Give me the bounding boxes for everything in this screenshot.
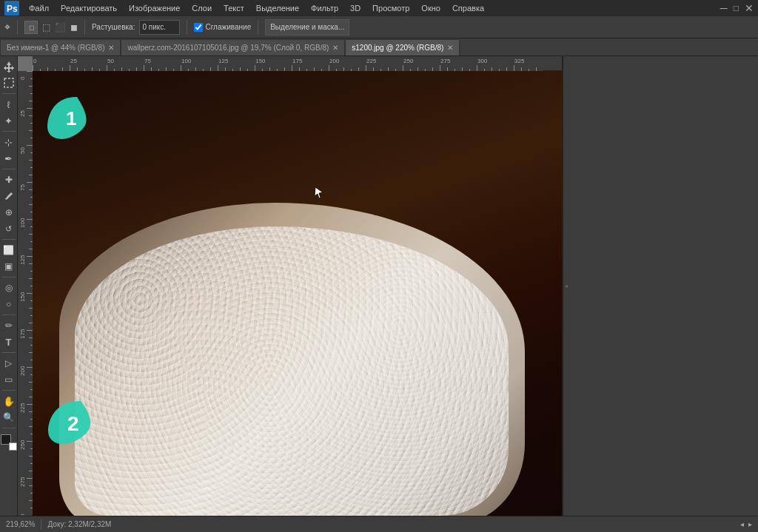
main-area: ℓ ✦ ⊹ ✒ ✚ ⊕ ↺ ⬜ ▣ ◎ ○ ✏ T ▷ ▭ ✋ 🔍 [0, 56, 758, 516]
tool-eraser[interactable]: ⬜ [1, 243, 16, 257]
document-tabs: Без имени-1 @ 44% (RGB/8) ✕ wallperz.com… [0, 38, 758, 56]
svg-text:1: 1 [66, 107, 76, 129]
tool-history-brush[interactable]: ↺ [1, 221, 16, 236]
tool-hand[interactable]: ✋ [1, 394, 16, 408]
tool-selection[interactable] [1, 75, 16, 90]
toolbar-separator [17, 20, 18, 35]
menu-help[interactable]: Справка [447, 2, 489, 14]
menu-text[interactable]: Текст [218, 2, 249, 14]
subtract-icon: ⬛ [55, 22, 66, 33]
svg-marker-2 [4, 61, 14, 73]
tool-separator-4 [2, 239, 16, 240]
toolbar-separator-2 [84, 20, 85, 35]
close-tab-wallperz[interactable]: ✕ [332, 44, 338, 52]
toolbar-separator-4 [258, 20, 258, 35]
options-toolbar: ⌖ ◻ ⬚ ⬛ ◼ Растушевка: Сглаживание Выделе… [0, 16, 758, 38]
tool-crop[interactable]: ⊹ [1, 135, 16, 149]
intersect-icon: ◼ [70, 22, 78, 33]
tool-path-selection[interactable]: ▷ [1, 356, 16, 371]
close-tab-unnamed[interactable]: ✕ [108, 44, 114, 52]
tool-blur[interactable]: ◎ [1, 280, 16, 295]
minimize-button[interactable]: ─ [720, 2, 728, 14]
zoom-level: 219,62% [6, 520, 35, 528]
panel-collapse-handle[interactable]: ◂ [563, 56, 568, 516]
canvas-image: 1 2 [33, 71, 562, 516]
ruler-top [33, 56, 562, 71]
canvas-content[interactable]: 1 2 [33, 71, 562, 516]
status-separator [41, 519, 41, 530]
svg-text:2: 2 [67, 412, 79, 435]
menu-image[interactable]: Изображение [124, 2, 185, 14]
tool-shape[interactable]: ▭ [1, 372, 16, 387]
foreground-bg-colors [1, 434, 17, 451]
tab-label-wallperz: wallperz.com-2016107105016.jpg @ 19,7% (… [127, 44, 329, 52]
menu-file[interactable]: Файл [24, 2, 54, 14]
tool-separator-7 [2, 352, 16, 353]
left-toolbar: ℓ ✦ ⊹ ✒ ✚ ⊕ ↺ ⬜ ▣ ◎ ○ ✏ T ▷ ▭ ✋ 🔍 [0, 56, 18, 516]
tab-unnamed[interactable]: Без имени-1 @ 44% (RGB/8) ✕ [0, 39, 121, 55]
canvas-area: 1 2 [18, 56, 562, 516]
tool-separator-9 [2, 428, 16, 428]
mask-button[interactable]: Выделение и маска... [265, 19, 349, 36]
tab-label-unnamed: Без имени-1 @ 44% (RGB/8) [7, 44, 104, 52]
svg-rect-3 [4, 78, 13, 87]
status-bar: 219,62% Доку: 2,32M/2,32M ◂ ▸ [0, 516, 758, 532]
app-logo: Ps [4, 1, 19, 16]
tool-select-icon: ⌖ [4, 21, 10, 33]
tool-separator-6 [2, 314, 16, 315]
vertical-ruler [18, 71, 33, 515]
tool-separator-1 [2, 93, 16, 94]
brush-input[interactable] [139, 20, 180, 35]
svg-text:Ps: Ps [7, 4, 18, 14]
ruler-left [18, 71, 33, 516]
doc-info: Доку: 2,32M/2,32M [47, 520, 111, 528]
lace-texture [75, 226, 509, 516]
tool-eyedropper[interactable]: ✒ [1, 151, 16, 166]
menu-view[interactable]: Просмотр [367, 2, 415, 14]
toolbar-separator-3 [187, 20, 187, 35]
menu-bar: Ps Файл Редактировать Изображение Слои Т… [0, 0, 758, 16]
arrow-1: 1 [44, 90, 110, 147]
maximize-button[interactable]: □ [734, 3, 739, 13]
tool-dodge[interactable]: ○ [1, 297, 16, 312]
tab-s1200[interactable]: s1200.jpg @ 220% (RGB/8) ✕ [345, 39, 460, 55]
blend-checkbox[interactable] [194, 23, 203, 32]
menu-3d[interactable]: 3D [345, 2, 366, 14]
close-button[interactable]: ✕ [745, 2, 754, 14]
tab-wallperz[interactable]: wallperz.com-2016107105016.jpg @ 19,7% (… [121, 39, 345, 55]
tool-separator-5 [2, 277, 16, 277]
tool-pen[interactable]: ✏ [1, 318, 16, 333]
background-color[interactable] [9, 442, 17, 451]
menu-layers[interactable]: Слои [187, 2, 217, 14]
menu-edit[interactable]: Редактировать [56, 2, 122, 14]
brush-label: Растушевка: [92, 23, 135, 31]
horizontal-ruler [33, 56, 543, 71]
menu-select[interactable]: Выделение [251, 2, 304, 14]
tool-text[interactable]: T [1, 334, 16, 349]
status-nav: ◂ ▸ [740, 520, 752, 528]
blend-check[interactable]: Сглаживание [194, 23, 251, 32]
selection-icon: ⬚ [42, 22, 50, 33]
menu-window[interactable]: Окно [416, 2, 446, 14]
feather-icon: ◻ [24, 21, 38, 34]
tab-label-s1200: s1200.jpg @ 220% (RGB/8) [352, 44, 443, 52]
arrow-2: 2 [44, 392, 118, 453]
tool-lasso[interactable]: ℓ [1, 97, 16, 112]
tool-healing[interactable]: ✚ [1, 172, 16, 187]
tool-clone[interactable]: ⊕ [1, 205, 16, 220]
tool-separator-2 [2, 131, 16, 132]
tool-separator-3 [2, 169, 16, 169]
tool-separator-8 [2, 390, 16, 391]
tool-brush[interactable] [1, 189, 16, 203]
tool-zoom[interactable]: 🔍 [1, 410, 16, 425]
tool-magic-wand[interactable]: ✦ [1, 113, 16, 128]
next-page-icon[interactable]: ▸ [748, 520, 752, 528]
tool-move[interactable] [1, 59, 16, 74]
tool-gradient[interactable]: ▣ [1, 259, 16, 274]
prev-page-icon[interactable]: ◂ [740, 520, 744, 528]
menu-filter[interactable]: Фильтр [306, 2, 343, 14]
close-tab-s1200[interactable]: ✕ [447, 44, 453, 52]
right-panel: ◂ Цвет Образцы ☰ ⇄ [562, 56, 758, 516]
